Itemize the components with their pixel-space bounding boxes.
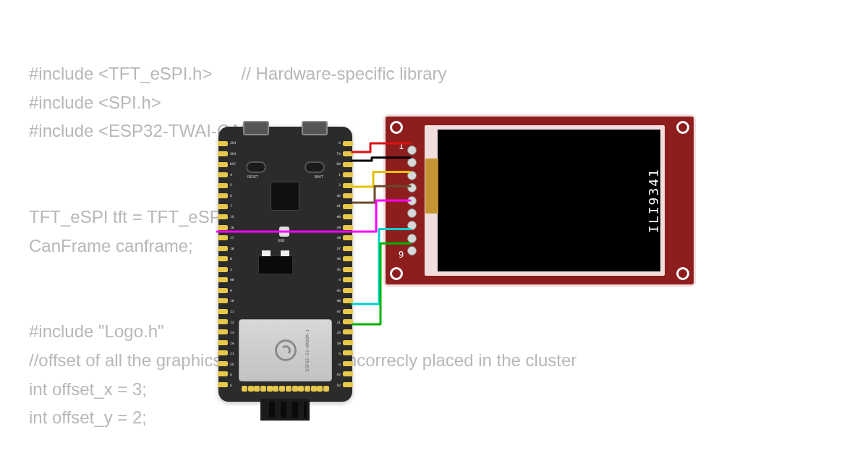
mcu-pin	[343, 267, 353, 272]
mcu-pin-label: RST	[230, 162, 236, 166]
mcu-pin-label: 18	[230, 247, 236, 250]
mcu-pin-label: 7	[230, 204, 236, 208]
tft-header-pin	[407, 171, 417, 180]
reset-button	[246, 161, 266, 173]
mcu-pin-label: 39	[337, 226, 341, 229]
esp32-board: RESET BOOT RGB 3V33V3RST4567151617188346…	[218, 127, 352, 402]
mcu-pin	[218, 382, 228, 387]
mcu-pad	[273, 386, 278, 392]
mcu-pin-label: 5V	[230, 363, 236, 366]
tft-screen	[438, 130, 660, 271]
mcu-pin	[218, 277, 228, 282]
mcu-pin-label: 21	[337, 321, 341, 324]
mcu-pin-label: 8	[230, 257, 236, 261]
mcu-pad	[279, 386, 285, 392]
mcu-pin-label: G	[230, 384, 236, 387]
shield-label: ESP32-S3-WROOM-1	[305, 329, 310, 371]
mcu-pin	[343, 277, 353, 282]
mcu-pad	[298, 386, 304, 392]
mcu-pin	[218, 361, 228, 366]
mcu-pin	[218, 172, 228, 177]
mcu-pin-label: 46	[230, 278, 236, 282]
mcu-chip	[271, 182, 299, 211]
mcu-pin-label: 0	[337, 278, 341, 282]
mcu-pin	[218, 214, 228, 219]
mcu-pin-label: 20	[337, 331, 341, 334]
mcu-pin-label: 6	[230, 194, 236, 198]
mount-hole-icon	[676, 121, 689, 134]
tft-header-pin	[407, 208, 417, 218]
tft-header-pin	[407, 183, 417, 193]
mcu-pin	[218, 319, 228, 324]
mcu-pin-label: TX	[337, 152, 341, 156]
mcu-pin-label: 3	[230, 268, 236, 271]
mcu-pin	[343, 361, 353, 366]
mcu-pin-label: G	[337, 352, 341, 355]
tft-pin-header	[407, 145, 417, 256]
mcu-pin-label: 16	[230, 226, 236, 229]
mcu-pinlabels-right: GTXRX1242414039383736350454847212019GG5V…	[337, 141, 341, 387]
mcu-pin	[343, 204, 353, 209]
mcu-pin	[343, 151, 353, 156]
mcu-pin-label: 36	[337, 257, 341, 261]
mcu-pin	[343, 246, 353, 251]
mcu-pin	[343, 329, 353, 334]
mcu-pin-label: 40	[337, 215, 341, 219]
mcu-pad	[317, 386, 323, 392]
mcu-pad	[260, 386, 266, 392]
mcu-pin	[218, 151, 228, 156]
mcu-pad	[311, 386, 317, 392]
mcu-pin	[218, 246, 228, 251]
mcu-pin	[218, 329, 228, 334]
mcu-pin	[343, 350, 353, 355]
rf-shield: ESP32-S3-WROOM-1	[239, 319, 332, 381]
mcu-pin	[218, 225, 228, 230]
mcu-pad	[254, 386, 260, 392]
mcu-pin-label: 9	[230, 289, 236, 292]
mcu-pin	[218, 267, 228, 272]
mcu-pin-label: G	[337, 363, 341, 366]
mcu-pinrow-right	[343, 141, 353, 387]
mcu-pin-label: 2	[337, 183, 341, 187]
mcu-pin-label: 38	[337, 236, 341, 240]
mcu-pin	[218, 309, 228, 314]
mcu-pin	[218, 162, 228, 167]
mcu-pin	[343, 319, 353, 324]
mcu-pad	[267, 386, 273, 392]
mcu-pin-label: G	[337, 141, 341, 145]
mcu-pin	[218, 183, 228, 188]
mcu-pad	[323, 386, 329, 392]
mcu-pin-label: 48	[337, 299, 341, 303]
mcu-pin-label: 5V	[337, 373, 341, 376]
mcu-pinrow-left	[218, 141, 228, 387]
mcu-pin	[218, 193, 228, 198]
mcu-pin	[218, 298, 228, 303]
mcu-pin	[218, 350, 228, 355]
tft-header-pin	[407, 221, 417, 230]
mcu-pin	[343, 309, 353, 314]
mcu-pin-label: 15	[230, 215, 236, 219]
voltage-regulator	[258, 256, 293, 274]
mcu-pin	[343, 371, 353, 376]
tft-header-pin	[407, 246, 417, 256]
mcu-pin	[343, 214, 353, 219]
usb-port-right	[302, 121, 328, 135]
tft-display-module: 1 9 ILI9341	[383, 114, 696, 287]
mcu-pin	[343, 235, 353, 240]
mcu-pin-label: 10	[230, 299, 236, 303]
wiring-diagram: RESET BOOT RGB 3V33V3RST4567151617188346…	[0, 0, 868, 456]
mcu-pin	[343, 340, 353, 345]
flex-ribbon	[425, 159, 438, 214]
mcu-pin-label: G	[230, 373, 236, 376]
tft-pin-first: 1	[399, 141, 404, 151]
mcu-pin-label: 47	[337, 310, 341, 313]
mount-hole-icon	[390, 267, 403, 280]
antenna	[260, 399, 310, 421]
rgb-led-label: RGB	[278, 238, 284, 242]
mcu-pad	[242, 386, 247, 392]
mcu-pin-label: 45	[337, 289, 341, 292]
mount-hole-icon	[676, 267, 689, 280]
mcu-pin-label: 3V3	[230, 141, 236, 145]
mcu-pad	[286, 386, 292, 392]
rgb-led	[279, 227, 289, 237]
